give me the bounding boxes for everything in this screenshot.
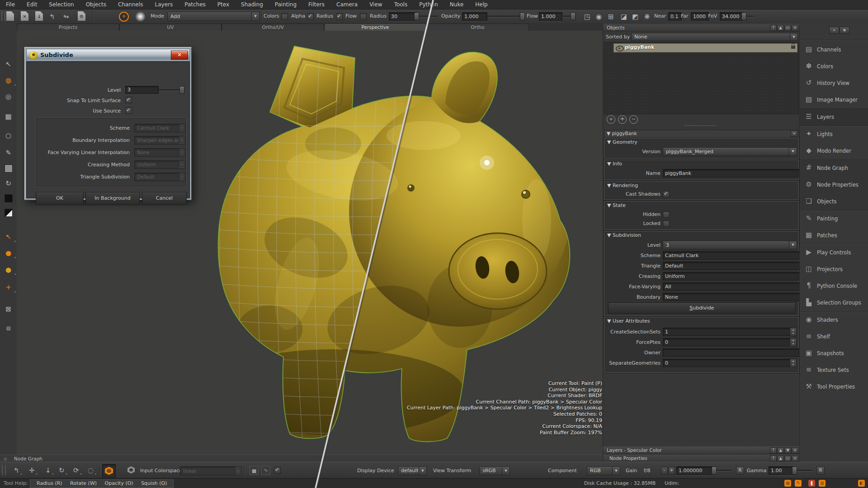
use-source-checkbox[interactable]: [125, 107, 132, 114]
visibility-eye-icon[interactable]: [616, 46, 624, 52]
black-swatch[interactable]: [5, 194, 13, 202]
dialog-title-bar[interactable]: ✹ Subdivide ✕: [26, 49, 190, 61]
objects-panel-header[interactable]: Objects ?▲▭✕: [603, 24, 800, 32]
swap-colors-icon[interactable]: ↻: [0, 177, 17, 190]
sidebar-item-history-view[interactable]: ↺History View: [800, 75, 868, 92]
menu-channels[interactable]: Channels: [112, 0, 149, 9]
close-icon[interactable]: ✕: [171, 51, 188, 60]
object-list[interactable]: piggyBank: [604, 42, 799, 114]
subdivide-button[interactable]: Subdivide: [608, 303, 796, 314]
splitter-handle[interactable]: [684, 125, 716, 128]
pan-icon[interactable]: ✛▾: [29, 466, 35, 474]
focus-icon[interactable]: ◌▾: [88, 466, 94, 474]
face-varying-field[interactable]: All: [663, 282, 801, 291]
sidebar-item-texture-sets[interactable]: ≋Texture Sets: [800, 362, 868, 379]
opacity-slider-handle[interactable]: [520, 13, 525, 20]
float-icon[interactable]: ▭: [784, 25, 791, 31]
gamma-field[interactable]: 1.00: [769, 466, 793, 475]
close-project-icon[interactable]: ✕: [21, 11, 28, 21]
cast-shadows-checkbox[interactable]: [663, 191, 670, 197]
rotate-icon[interactable]: ↻▾: [59, 466, 65, 474]
udim-brush-icon[interactable]: ✎: [795, 480, 802, 487]
colors-checkbox[interactable]: [281, 13, 288, 20]
gain-field[interactable]: 1.000000: [676, 466, 712, 475]
sidebar-item-tool-properties[interactable]: ⚒Tool Properties: [800, 379, 868, 395]
lighting-mode-button[interactable]: [102, 464, 116, 478]
mirror-y-icon[interactable]: ◩: [632, 13, 638, 21]
mask-swatch[interactable]: [0, 206, 17, 219]
brush-tip-preview[interactable]: [135, 11, 146, 22]
close-icon[interactable]: ✕: [792, 25, 798, 31]
force-ptex-field[interactable]: 0: [663, 338, 793, 347]
collapse-icon[interactable]: ▲: [777, 25, 784, 31]
import-icon[interactable]: ↰: [49, 13, 55, 21]
curve-icon[interactable]: ∿: [261, 466, 270, 475]
duplicate-object-button[interactable]: ✛: [618, 115, 627, 124]
ok-button[interactable]: OK: [36, 192, 84, 205]
near-field[interactable]: 0.1: [668, 12, 682, 21]
gain-reset-button[interactable]: R: [736, 466, 744, 474]
sidebar-item-lights[interactable]: ✦Lights: [800, 126, 868, 143]
sidebar-item-layers[interactable]: ☰Layers: [800, 109, 868, 126]
menu-shading[interactable]: Shading: [235, 0, 269, 9]
sidebar-item-colors[interactable]: ✽Colors: [800, 58, 868, 75]
node-properties-header[interactable]: Node Properties ?▲▭✕: [603, 455, 800, 462]
radius-slider-track[interactable]: [416, 16, 438, 17]
hidden-checkbox[interactable]: [663, 211, 670, 218]
add-object-button[interactable]: +: [607, 115, 615, 124]
properties-header[interactable]: ▼ piggyBank +: [604, 130, 799, 138]
sidebar-item-play-controls[interactable]: ▶Play Controls: [800, 244, 868, 261]
close-icon[interactable]: ✕: [792, 455, 798, 462]
collapse-icon[interactable]: ▲: [777, 455, 784, 462]
sidebar-item-python-console[interactable]: ¶Python Console: [800, 278, 868, 295]
add-attribute-icon[interactable]: +: [791, 131, 797, 137]
object-row-piggybank[interactable]: piggyBank: [613, 43, 797, 52]
slice-tool[interactable]: ✎: [0, 146, 17, 160]
sidebar-item-selection-groups[interactable]: ▙Selection Groups: [800, 295, 868, 311]
sidebar-item-objects[interactable]: ❏Objects: [800, 193, 868, 210]
sidebar-item-patches[interactable]: ▦Patches: [800, 227, 868, 244]
udim-buffer-icon[interactable]: ◧: [858, 480, 865, 487]
sidebar-item-snapshots[interactable]: ▣Snapshots: [800, 345, 868, 362]
grey-swatch[interactable]: [5, 164, 13, 173]
fov-slider-handle[interactable]: [741, 13, 746, 20]
boundary-field[interactable]: None: [663, 293, 801, 301]
flat-lighting-icon[interactable]: [127, 466, 135, 474]
sidebar-item-projectors[interactable]: ◫Projectors: [800, 261, 868, 278]
subdivision-section-title[interactable]: ▼ Subdivision: [607, 232, 641, 238]
node-graph-bar[interactable]: ≣ Node Graph: [0, 455, 603, 462]
sidebar-item-painting[interactable]: ✎Painting: [800, 211, 868, 227]
udim-layer-icon[interactable]: ▥: [819, 480, 826, 487]
gain-slider-handle[interactable]: [712, 467, 717, 474]
display-device-dropdown[interactable]: default▼: [398, 466, 427, 475]
menu-help[interactable]: Help: [469, 0, 493, 9]
state-section-title[interactable]: ▼ State: [607, 202, 626, 208]
expand-panels-icon[interactable]: »: [829, 27, 839, 34]
sidebar-item-image-manager[interactable]: ▧Image Manager: [800, 92, 868, 108]
gain-plus-button[interactable]: +: [668, 467, 675, 474]
help-icon[interactable]: ?: [770, 455, 777, 462]
in-background-button[interactable]: In Background: [85, 192, 140, 205]
grid-tool[interactable]: ▦: [0, 110, 17, 123]
background-swatch[interactable]: [0, 191, 17, 205]
sidebar-item-channels[interactable]: ▤Channels: [800, 42, 868, 58]
lock-icon[interactable]: [791, 46, 795, 49]
gamma-slider-handle[interactable]: [792, 467, 797, 474]
locked-checkbox[interactable]: [663, 220, 670, 227]
menu-camera[interactable]: Camera: [330, 0, 363, 9]
sidebar-item-shaders[interactable]: ◉Shaders: [800, 312, 868, 328]
add-tool[interactable]: +▾: [0, 281, 17, 294]
save-project-icon[interactable]: ↓: [35, 11, 43, 21]
tab-projects[interactable]: Projects: [17, 23, 119, 31]
new-project-icon[interactable]: [6, 11, 14, 21]
move-down-icon[interactable]: ▼: [784, 447, 791, 454]
menu-edit[interactable]: Edit: [21, 0, 43, 9]
rendering-section-title[interactable]: ▼ Rendering: [607, 183, 638, 188]
snap-to-limit-checkbox[interactable]: [125, 97, 132, 103]
radius-link-checkbox[interactable]: [336, 13, 343, 20]
float-icon[interactable]: ▭: [784, 455, 791, 462]
cancel-button[interactable]: Cancel: [142, 192, 187, 205]
component-dropdown[interactable]: RGB▼: [587, 466, 620, 475]
info-section-title[interactable]: ▼ Info: [607, 161, 622, 167]
spinner-control[interactable]: ▴▾: [790, 328, 797, 336]
